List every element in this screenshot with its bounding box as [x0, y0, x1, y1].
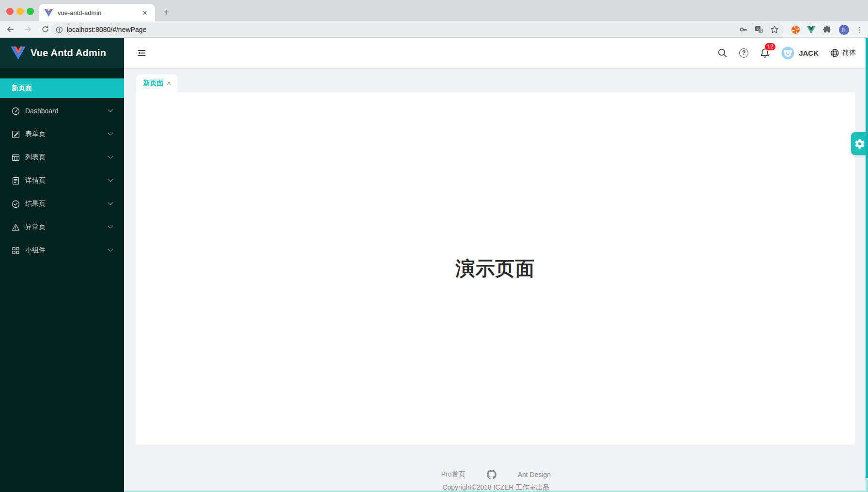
favicon	[45, 9, 53, 16]
svg-text:文: 文	[760, 29, 763, 33]
star-icon[interactable]	[770, 25, 779, 34]
sidebar-item-label: 小组件	[25, 246, 46, 255]
page-tab-label: 新页面	[143, 79, 163, 88]
browser-tabstrip: vue-antd-admin × +	[0, 0, 868, 21]
profile-icon	[12, 177, 20, 185]
notification-bell-icon[interactable]: 12	[760, 48, 770, 58]
sidebar-item-dashboard[interactable]: Dashboard	[0, 101, 124, 121]
vue-logo-icon	[11, 46, 26, 60]
new-tab-button[interactable]: +	[160, 7, 172, 17]
page-tab-newpage[interactable]: 新页面 ×	[136, 74, 178, 92]
chevron-down-icon	[108, 130, 113, 136]
footer-link-home[interactable]: Pro首页	[441, 470, 465, 479]
more-icon[interactable]: ⋮	[854, 24, 866, 35]
puzzle-icon[interactable]	[821, 24, 833, 35]
extension-orange-icon[interactable]	[790, 24, 801, 35]
sidebar-item-exception[interactable]: 异常页	[0, 217, 124, 237]
app-logo[interactable]: Vue Antd Admin	[0, 38, 124, 68]
sidebar-item-label: 表单页	[25, 130, 46, 138]
help-icon[interactable]: ?	[739, 48, 748, 58]
vue-devtools-icon[interactable]	[805, 24, 817, 35]
key-icon[interactable]	[739, 25, 748, 34]
sidebar-item-label: 新页面	[12, 84, 32, 92]
footer-links: Pro首页 Ant Design	[124, 470, 868, 479]
check-circle-icon	[12, 200, 20, 208]
warning-icon	[12, 223, 20, 231]
reload-icon[interactable]	[38, 22, 52, 37]
forward-icon[interactable]	[20, 22, 35, 37]
language-label: 简体	[842, 48, 856, 57]
app-title: Vue Antd Admin	[31, 47, 106, 59]
chevron-down-icon	[108, 246, 113, 252]
sidebar-item-forms[interactable]: 表单页	[0, 124, 124, 144]
screen: vue-antd-admin × + localhost:8080/#/newP…	[0, 0, 868, 492]
sidebar: Vue Antd Admin 新页面 Dashboard 表单页	[0, 38, 124, 492]
info-icon[interactable]	[56, 26, 63, 33]
window-zoom-button[interactable]	[27, 8, 34, 15]
vertical-scrollbar[interactable]	[866, 38, 868, 478]
table-icon	[12, 154, 20, 162]
globe-icon	[830, 48, 839, 58]
language-switcher[interactable]: 简体	[830, 48, 856, 58]
sidebar-item-label: 列表页	[25, 153, 46, 162]
chevron-down-icon	[108, 223, 113, 229]
demo-card: 演示页面	[136, 92, 855, 445]
app-viewport: Vue Antd Admin 新页面 Dashboard 表单页	[0, 38, 868, 492]
search-icon[interactable]	[717, 48, 728, 58]
chevron-down-icon	[108, 154, 113, 159]
form-icon	[12, 130, 20, 138]
browser-tab-title: vue-antd-admin	[58, 9, 140, 16]
sidebar-item-lists[interactable]: 列表页	[0, 148, 124, 167]
sidebar-item-label: 详情页	[25, 176, 46, 185]
browser-profile-icon[interactable]: h	[838, 24, 850, 35]
sidebar-item-label: 异常页	[25, 223, 46, 231]
chevron-down-icon	[108, 200, 113, 205]
chevron-down-icon	[108, 177, 113, 182]
github-icon[interactable]	[487, 470, 496, 479]
browser-tab[interactable]: vue-antd-admin ×	[39, 4, 155, 21]
tab-close-icon[interactable]: ×	[140, 8, 149, 18]
footer-link-antd[interactable]: Ant Design	[518, 471, 551, 478]
avatar	[781, 46, 794, 60]
sidebar-item-results[interactable]: 结果页	[0, 194, 124, 214]
sidebar-item-widgets[interactable]: 小组件	[0, 241, 124, 260]
gear-icon	[854, 138, 865, 149]
user-menu[interactable]: JACK	[781, 46, 819, 60]
sidebar-item-label: 结果页	[25, 200, 46, 208]
page-tab-close-icon[interactable]: ×	[167, 80, 170, 87]
browser-toolbar: localhost:8080/#/newPage G文 h ⋮	[0, 21, 868, 38]
window-close-button[interactable]	[6, 8, 14, 15]
chevron-down-icon	[108, 107, 113, 112]
sidebar-item-details[interactable]: 详情页	[0, 171, 124, 190]
content-area: 新页面 × 演示页面 Pro首页 Ant Design Copyright©20…	[124, 68, 868, 492]
window-minimize-button[interactable]	[16, 8, 24, 15]
dashboard-icon	[12, 107, 20, 115]
vertical-scrollbar-track[interactable]	[866, 478, 868, 492]
app-header: ? 12 JACK 简体	[124, 38, 868, 68]
sidebar-item-newpage[interactable]: 新页面	[0, 78, 124, 98]
widgets-icon	[12, 246, 20, 255]
url-text[interactable]: localhost:8080/#/newPage	[67, 26, 732, 33]
notification-badge: 12	[764, 43, 776, 51]
page-title: 演示页面	[456, 255, 535, 282]
sidebar-item-label: Dashboard	[25, 107, 59, 115]
address-bar[interactable]: localhost:8080/#/newPage G文	[51, 23, 784, 36]
translate-icon[interactable]: G文	[755, 25, 763, 34]
username: JACK	[799, 49, 819, 57]
back-icon[interactable]	[3, 22, 17, 37]
menu-fold-icon[interactable]	[137, 48, 147, 58]
